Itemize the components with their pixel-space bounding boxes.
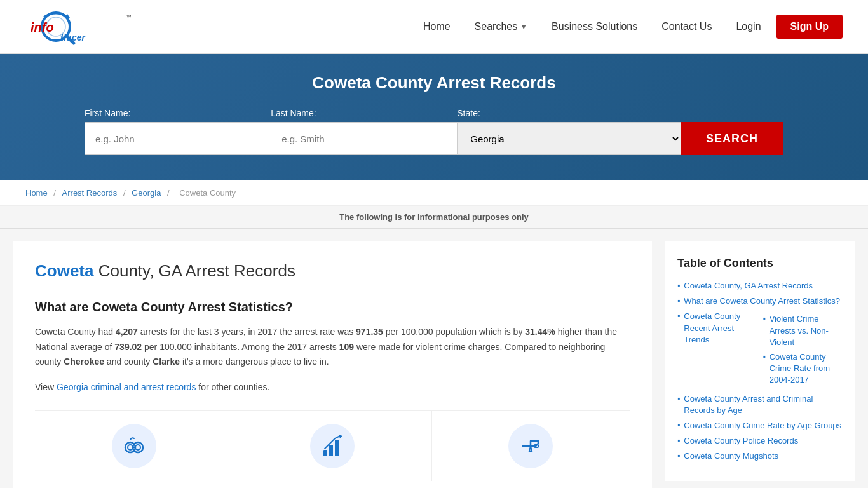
main-content: Coweta County, GA Arrest Records What ar… [13, 241, 652, 488]
chart-icon [320, 433, 345, 459]
first-name-input[interactable] [85, 122, 271, 155]
search-form: First Name: Last Name: State: Georgia Al… [85, 108, 783, 155]
icons-row [35, 410, 630, 481]
nav-signup-button[interactable]: Sign Up [776, 15, 843, 39]
georgia-records-link[interactable]: Georgia criminal and arrest records [57, 382, 196, 392]
toc-item-1: Coweta County, GA Arrest Records [677, 280, 843, 292]
para1-mid6: and county [104, 356, 153, 367]
svg-text:info: info [31, 20, 54, 34]
main-nav: Home Searches ▼ Business Solutions Conta… [414, 15, 843, 39]
toc-item-5: Coweta County Crime Rate by Age Groups [677, 420, 843, 431]
toc-sublist-3: Violent Crime Arrests vs. Non-Violent Co… [752, 313, 843, 389]
handcuffs-icon-circle [112, 424, 156, 468]
handcuffs-icon [121, 433, 147, 459]
sidebar-toc: Table of Contents Coweta County, GA Arre… [665, 241, 855, 481]
toc-link-3[interactable]: Coweta County Recent Arrest Trends [684, 311, 749, 346]
percent: 31.44% [525, 327, 555, 337]
toc-item-4: Coweta County Arrest and Criminal Record… [677, 393, 843, 416]
nav-login[interactable]: Login [727, 16, 770, 37]
para1-end: it's a more dangerous place to live in. [180, 356, 329, 367]
para1-mid1: arrests for the last 3 years, in 2017 th… [138, 327, 356, 337]
svg-text:tracer: tracer [60, 32, 86, 43]
disclaimer-bar: The following is for informational purpo… [0, 206, 868, 229]
national-avg: 739.02 [114, 342, 142, 352]
section-heading-stats: What are Coweta County Arrest Statistics… [35, 300, 630, 315]
chart-icon-circle [310, 424, 355, 468]
logo[interactable]: info tracer ™ [25, 8, 146, 46]
last-name-label: Last Name: [271, 108, 457, 118]
violent-num: 109 [339, 342, 354, 352]
view-line-after: for other counties. [196, 382, 269, 392]
view-line-before: View [35, 382, 57, 392]
breadcrumb-arrest-records[interactable]: Arrest Records [62, 188, 118, 198]
disclaimer-text: The following is for informational purpo… [339, 212, 529, 222]
icon-block-gun [432, 411, 630, 481]
breadcrumb: Home / Arrest Records / Georgia / Coweta… [0, 180, 868, 206]
breadcrumb-home[interactable]: Home [25, 188, 48, 198]
toc-item-2: What are Coweta County Arrest Statistics… [677, 295, 843, 307]
first-name-group: First Name: [85, 108, 271, 155]
svg-rect-14 [335, 440, 339, 456]
state-group: State: Georgia Alabama California Florid… [457, 108, 681, 155]
state-label: State: [457, 108, 681, 118]
article-title: Coweta County, GA Arrest Records [35, 261, 630, 282]
toc-link-7[interactable]: Coweta County Mugshots [684, 451, 778, 462]
county2: Clarke [153, 356, 180, 367]
breadcrumb-sep-3: / [167, 188, 172, 198]
breadcrumb-coweta-county: Coweta County [179, 188, 236, 198]
toc-link-4[interactable]: Coweta County Arrest and Criminal Record… [684, 393, 843, 416]
nav-contact-us[interactable]: Contact Us [653, 16, 721, 37]
toc-item-6: Coweta County Police Records [677, 435, 843, 447]
search-button[interactable]: SEARCH [681, 122, 783, 155]
nav-business-solutions[interactable]: Business Solutions [543, 16, 646, 37]
para1-mid2: per 100.000 population which is by [383, 327, 525, 337]
svg-rect-12 [323, 450, 327, 456]
breadcrumb-sep-1: / [53, 188, 58, 198]
para1-mid4: per 100.000 inhabitants. Among the 2017 … [142, 342, 339, 352]
toc-sublink-3-2[interactable]: Coweta County Crime Rate from 2004-2017 [770, 351, 843, 386]
content-wrapper: Coweta County, GA Arrest Records What ar… [0, 229, 868, 488]
arrest-rate: 971.35 [356, 327, 383, 337]
last-name-group: Last Name: [271, 108, 457, 155]
nav-searches[interactable]: Searches ▼ [466, 16, 536, 37]
article-title-rest: County, GA Arrest Records [93, 261, 295, 280]
breadcrumb-sep-2: / [123, 188, 128, 198]
gun-icon [518, 433, 543, 459]
icon-block-handcuffs [35, 411, 233, 481]
icon-block-chart [233, 411, 431, 481]
chevron-down-icon: ▼ [520, 22, 527, 31]
header: info tracer ™ Home Searches ▼ Business S… [0, 0, 868, 54]
state-select[interactable]: Georgia Alabama California Florida New Y… [457, 122, 681, 155]
toc-item-7: Coweta County Mugshots [677, 451, 843, 462]
nav-home[interactable]: Home [414, 16, 459, 37]
gun-icon-circle [508, 424, 553, 468]
toc-subitem-3-2: Coweta County Crime Rate from 2004-2017 [763, 351, 843, 386]
arrests-num: 4,207 [116, 327, 138, 337]
toc-link-2[interactable]: What are Coweta County Arrest Statistics… [684, 295, 840, 307]
hero-title: Coweta County Arrest Records [25, 73, 843, 93]
svg-text:™: ™ [126, 14, 132, 20]
toc-link-5[interactable]: Coweta County Crime Rate by Age Groups [684, 420, 841, 431]
toc-link-6[interactable]: Coweta County Police Records [684, 435, 798, 447]
first-name-label: First Name: [85, 108, 271, 118]
breadcrumb-georgia[interactable]: Georgia [132, 188, 161, 198]
toc-title: Table of Contents [677, 257, 843, 270]
last-name-input[interactable] [271, 122, 457, 155]
view-line: View Georgia criminal and arrest records… [35, 380, 630, 395]
article-paragraph-1: Coweta County had 4,207 arrests for the … [35, 325, 630, 370]
toc-subitem-3-1: Violent Crime Arrests vs. Non-Violent [763, 313, 843, 348]
para1-before-arrests: Coweta County had [35, 327, 116, 337]
toc-link-1[interactable]: Coweta County, GA Arrest Records [684, 280, 813, 292]
hero-section: Coweta County Arrest Records First Name:… [0, 54, 868, 180]
svg-rect-13 [329, 445, 333, 456]
toc-item-3: Coweta County Recent Arrest Trends Viole… [677, 311, 843, 389]
toc-sublink-3-1[interactable]: Violent Crime Arrests vs. Non-Violent [770, 313, 843, 348]
county1: Cherokee [64, 356, 104, 367]
toc-list: Coweta County, GA Arrest Records What ar… [677, 280, 843, 462]
article-title-highlight: Coweta [35, 261, 93, 280]
